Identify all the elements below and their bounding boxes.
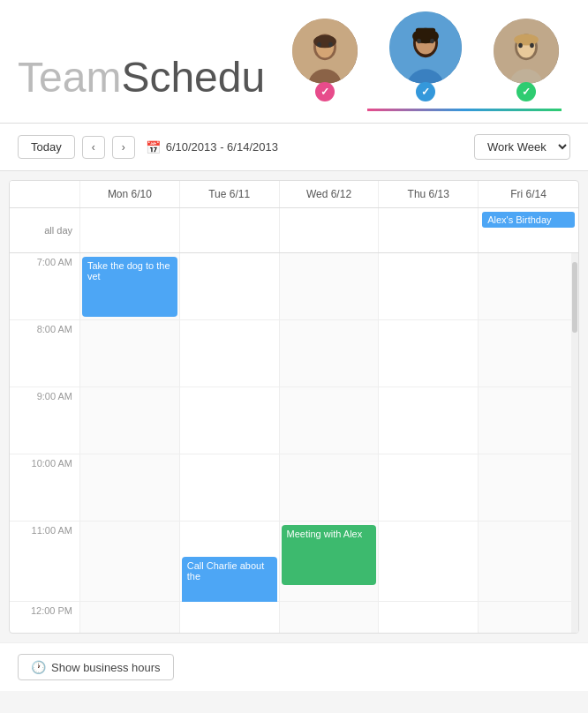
- today-button[interactable]: Today: [18, 135, 75, 159]
- header-mon: Mon 6/10: [80, 181, 180, 207]
- all-day-label: all day: [10, 208, 80, 252]
- svg-point-5: [328, 42, 333, 48]
- svg-point-20: [530, 43, 534, 49]
- check-badge-3: ✓: [516, 82, 536, 101]
- header-thu: Thu 6/13: [379, 181, 479, 207]
- svg-point-4: [317, 42, 321, 48]
- date-range: 📅 6/10/2013 - 6/14/2013: [146, 140, 278, 154]
- header-tue: Tue 6/11: [180, 181, 280, 207]
- cell-8am-tue[interactable]: [180, 320, 280, 387]
- cell-12pm-thu[interactable]: [379, 602, 479, 633]
- time-label-10am: 10:00 AM: [10, 454, 80, 521]
- time-rows: 7:00 AM Take the dog to the vet 8:00 AM: [10, 253, 578, 633]
- cell-11am-wed[interactable]: Meeting with Alex: [280, 522, 380, 601]
- avatar-person2[interactable]: ✓: [387, 9, 464, 101]
- time-label-8am: 8:00 AM: [10, 320, 80, 387]
- view-select[interactable]: Work Week Day Week Month: [474, 134, 570, 160]
- next-nav-button[interactable]: ›: [112, 136, 135, 159]
- calendar-header: Mon 6/10 Tue 6/11 Wed 6/12 Thu 6/13 Fri …: [10, 181, 578, 208]
- take-dog-vet-event[interactable]: Take the dog to the vet: [82, 257, 177, 317]
- cell-10am-mon[interactable]: [80, 454, 180, 521]
- cell-12pm-tue[interactable]: [180, 602, 280, 633]
- cell-10am-tue[interactable]: [180, 454, 280, 521]
- calendar-icon: 📅: [146, 140, 161, 154]
- cell-8am-mon[interactable]: [80, 320, 180, 387]
- svg-point-18: [514, 34, 539, 46]
- scroll-thumb[interactable]: [572, 262, 577, 333]
- cell-9am-thu[interactable]: [379, 387, 479, 454]
- person1-face-icon: [292, 16, 358, 86]
- time-label-7am: 7:00 AM: [10, 253, 80, 319]
- check-badge-1: ✓: [315, 82, 335, 101]
- check-badge-2: ✓: [416, 82, 435, 101]
- all-day-tue[interactable]: [180, 208, 280, 252]
- header-fri: Fri 6/14: [479, 181, 578, 207]
- row-9am: 9:00 AM: [10, 387, 578, 454]
- svg-point-11: [417, 39, 421, 44]
- person3-face-icon: [494, 16, 559, 86]
- clock-icon: 🕐: [31, 660, 46, 674]
- footer: 🕐 Show business hours: [0, 642, 588, 691]
- cell-12pm-mon[interactable]: [80, 602, 180, 633]
- svg-point-19: [518, 43, 523, 49]
- alexs-birthday-event[interactable]: Alex's Birthday: [482, 212, 575, 228]
- cell-11am-thu[interactable]: [379, 522, 479, 601]
- all-day-mon[interactable]: [80, 208, 180, 252]
- cell-7am-thu[interactable]: [379, 253, 479, 319]
- avatar-person3[interactable]: ✓: [491, 16, 562, 101]
- chevron-left-icon: ‹: [92, 141, 95, 154]
- avatar-circle-3: [491, 16, 562, 86]
- cell-8am-wed[interactable]: [280, 320, 380, 387]
- cell-7am-fri[interactable]: [479, 253, 578, 319]
- cell-10am-fri[interactable]: [479, 454, 578, 521]
- cell-11am-tue[interactable]: Call Charlie about the: [180, 522, 280, 601]
- date-range-text: 6/10/2013 - 6/14/2013: [166, 140, 278, 154]
- cell-9am-tue[interactable]: [180, 387, 280, 454]
- row-7am: 7:00 AM Take the dog to the vet: [10, 253, 578, 320]
- row-8am: 8:00 AM: [10, 320, 578, 387]
- logo-sched: Schedu: [121, 54, 265, 101]
- cell-7am-mon[interactable]: Take the dog to the vet: [80, 253, 180, 319]
- chevron-right-icon: ›: [122, 141, 125, 154]
- header: TeamSchedu ✓: [0, 0, 588, 124]
- show-business-hours-button[interactable]: 🕐 Show business hours: [18, 654, 174, 680]
- cell-10am-wed[interactable]: [280, 454, 380, 521]
- person2-face-icon: [389, 9, 462, 86]
- scrollbar[interactable]: [571, 253, 578, 633]
- time-label-9am: 9:00 AM: [10, 387, 80, 454]
- avatar-person1[interactable]: ✓: [290, 16, 360, 101]
- cell-9am-fri[interactable]: [479, 387, 578, 454]
- logo-team: Team: [18, 54, 121, 101]
- header-time-col: [10, 181, 80, 207]
- show-hours-label: Show business hours: [51, 661, 161, 674]
- cell-7am-tue[interactable]: [180, 253, 280, 319]
- cell-8am-thu[interactable]: [379, 320, 479, 387]
- cell-12pm-wed[interactable]: [280, 602, 380, 633]
- time-label-11am: 11:00 AM: [10, 522, 80, 601]
- row-11am: 11:00 AM Call Charlie about the Meeting …: [10, 522, 578, 602]
- svg-point-3: [313, 35, 336, 49]
- cell-10am-thu[interactable]: [379, 454, 479, 521]
- svg-rect-13: [416, 28, 435, 34]
- cell-9am-mon[interactable]: [80, 387, 180, 454]
- timeline-connector: [367, 109, 562, 111]
- prev-nav-button[interactable]: ‹: [82, 136, 105, 159]
- avatar-circle-1: [290, 16, 360, 86]
- avatars-container: ✓ ✓: [290, 9, 562, 101]
- cell-12pm-fri[interactable]: [479, 602, 578, 633]
- cell-11am-mon[interactable]: [80, 522, 180, 601]
- logo: TeamSchedu: [18, 53, 265, 101]
- header-wed: Wed 6/12: [280, 181, 380, 207]
- cell-8am-fri[interactable]: [479, 320, 578, 387]
- all-day-fri[interactable]: Alex's Birthday: [479, 208, 578, 252]
- time-label-12pm: 12:00 PM: [10, 602, 80, 633]
- meeting-with-alex-event[interactable]: Meeting with Alex: [282, 525, 377, 585]
- cell-7am-wed[interactable]: [280, 253, 380, 319]
- all-day-wed[interactable]: [280, 208, 380, 252]
- all-day-thu[interactable]: [379, 208, 479, 252]
- avatar-circle-2: [387, 9, 464, 86]
- row-12pm: 12:00 PM: [10, 602, 578, 633]
- cell-11am-fri[interactable]: [479, 522, 578, 601]
- call-charlie-event[interactable]: Call Charlie about the: [182, 557, 277, 605]
- cell-9am-wed[interactable]: [280, 387, 380, 454]
